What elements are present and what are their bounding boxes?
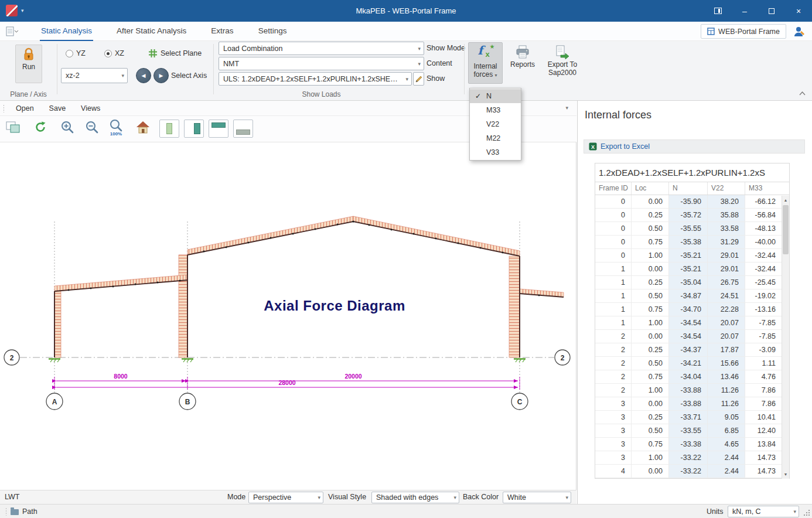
scroll-down-icon[interactable]: ▼ bbox=[782, 470, 789, 479]
drawing-canvas[interactable]: 8000 20000 28000 2 2 A B C Axial Force D… bbox=[0, 142, 576, 490]
table-row[interactable]: 20.75-34.0413.464.76 bbox=[595, 370, 782, 384]
portal-frame-button[interactable]: WEB-Portal Frame bbox=[701, 24, 786, 39]
table-cell: -34.70 bbox=[669, 303, 708, 316]
table-row[interactable]: 40.00-33.222.4414.73 bbox=[595, 465, 782, 478]
table-row[interactable]: 30.50-33.556.8512.40 bbox=[595, 424, 782, 438]
table-row[interactable]: 10.00-35.2129.01-32.44 bbox=[595, 263, 782, 276]
menu-item-n[interactable]: ✓N bbox=[470, 89, 521, 103]
run-button[interactable]: Run bbox=[15, 45, 42, 83]
reports-button[interactable]: Reports bbox=[506, 42, 540, 84]
table-row[interactable]: 00.00-35.9038.20-66.12 bbox=[595, 195, 782, 209]
menu-item-m33[interactable]: M33 bbox=[470, 103, 521, 117]
column-header-n[interactable]: N bbox=[669, 182, 708, 195]
column-header-v22[interactable]: V22 bbox=[708, 182, 745, 195]
internal-forces-button[interactable]: fx★ Internal forces ▾ bbox=[468, 42, 503, 84]
zoom-out-button[interactable] bbox=[85, 120, 99, 134]
table-row[interactable]: 30.00-33.8811.267.86 bbox=[595, 397, 782, 411]
table-row[interactable]: 10.75-34.7022.28-13.16 bbox=[595, 303, 782, 316]
table-row[interactable]: 00.50-35.5533.58-48.13 bbox=[595, 222, 782, 236]
table-row[interactable]: 20.50-34.2115.661.11 bbox=[595, 357, 782, 370]
tab-static-analysis[interactable]: Static Analysis bbox=[40, 22, 93, 41]
table-cell: 0.25 bbox=[632, 209, 669, 221]
band-gable-right bbox=[353, 216, 520, 256]
forces-table-rows: 00.00-35.9038.20-66.1200.25-35.7235.88-5… bbox=[595, 195, 782, 478]
table-cell: 12.40 bbox=[745, 424, 782, 437]
next-axis-button[interactable]: ▶ bbox=[153, 68, 169, 83]
tab-after-static-analysis[interactable]: After Static Analysis bbox=[115, 22, 187, 41]
table-cell: 0.50 bbox=[632, 424, 669, 437]
back-color-combo[interactable]: White ▾ bbox=[503, 492, 571, 503]
path-label[interactable]: Path bbox=[22, 507, 37, 516]
support-c bbox=[514, 359, 526, 363]
user-profile-icon[interactable] bbox=[793, 25, 806, 39]
drag-grip[interactable] bbox=[5, 507, 7, 516]
export-sap2000-button[interactable]: Export To Sap2000 bbox=[542, 42, 583, 84]
minimize-button[interactable]: – bbox=[731, 0, 758, 22]
prev-axis-button[interactable]: ◀ bbox=[136, 68, 151, 83]
chevron-up-icon bbox=[799, 91, 806, 96]
refresh-button[interactable] bbox=[34, 121, 47, 134]
table-row[interactable]: 00.75-35.3831.29-40.00 bbox=[595, 236, 782, 249]
view-bottom-button[interactable] bbox=[233, 120, 253, 138]
table-cell: -34.87 bbox=[669, 289, 708, 302]
reports-label: Reports bbox=[510, 60, 535, 69]
pin-panel-button[interactable] bbox=[704, 0, 731, 22]
export-to-excel-link[interactable]: X Export to Excel bbox=[584, 139, 805, 154]
axis-combo[interactable]: xz-2 ▾ bbox=[61, 68, 128, 83]
close-button[interactable]: × bbox=[785, 0, 812, 22]
menu-item-v33[interactable]: V33 bbox=[470, 145, 521, 159]
column-header-loc[interactable]: Loc bbox=[632, 182, 669, 195]
radio-xz[interactable]: XZ bbox=[104, 49, 124, 57]
visual-style-combo[interactable]: Shaded with edges ▾ bbox=[371, 492, 459, 503]
table-row[interactable]: 31.00-33.222.4414.73 bbox=[595, 451, 782, 465]
table-row[interactable]: 11.00-34.5420.07-7.85 bbox=[595, 316, 782, 330]
chevron-down-icon: ▾ bbox=[565, 495, 568, 500]
zoom-in-button[interactable] bbox=[60, 120, 74, 134]
table-row[interactable]: 01.00-35.2129.01-32.44 bbox=[595, 249, 782, 263]
load-combination-combo[interactable]: Load Combination ▾ bbox=[219, 42, 424, 55]
view-left-button[interactable] bbox=[159, 120, 179, 138]
select-plane-button[interactable]: Select Plane bbox=[149, 49, 202, 57]
view-top-button[interactable] bbox=[209, 120, 228, 138]
table-scrollbar[interactable]: ▲ ▼ bbox=[782, 196, 789, 479]
collapse-ribbon-button[interactable] bbox=[797, 89, 807, 97]
column-header-m33[interactable]: M33 bbox=[745, 182, 789, 195]
copy-picture-button[interactable] bbox=[6, 121, 20, 133]
drag-grip[interactable] bbox=[3, 104, 5, 113]
toolbar-overflow-caret-icon[interactable]: ▾ bbox=[565, 105, 568, 111]
file-menu-icon[interactable] bbox=[6, 26, 19, 38]
view-right-button[interactable] bbox=[184, 120, 204, 138]
table-row[interactable]: 20.00-34.5420.07-7.85 bbox=[595, 330, 782, 343]
table-row[interactable]: 30.25-33.719.0510.41 bbox=[595, 411, 782, 424]
units-combo[interactable]: kN, m, C ▾ bbox=[728, 506, 799, 517]
open-menu[interactable]: Open bbox=[8, 104, 42, 113]
table-cell: 1 bbox=[595, 276, 632, 289]
resize-grip[interactable] bbox=[808, 514, 810, 516]
table-row[interactable]: 21.00-33.8811.267.86 bbox=[595, 384, 782, 397]
radio-yz[interactable]: YZ bbox=[66, 49, 86, 57]
edit-combination-button[interactable] bbox=[413, 72, 424, 86]
axial-force-bands bbox=[54, 216, 564, 357]
maximize-button[interactable] bbox=[758, 0, 785, 22]
table-cell: -35.38 bbox=[669, 236, 708, 248]
scroll-up-icon[interactable]: ▲ bbox=[782, 196, 789, 205]
tab-extras[interactable]: Extras bbox=[210, 22, 234, 41]
menu-item-v22[interactable]: V22 bbox=[470, 117, 521, 131]
table-row[interactable]: 10.50-34.8724.51-19.02 bbox=[595, 289, 782, 303]
column-header-frame-id[interactable]: Frame ID bbox=[595, 182, 632, 195]
views-menu[interactable]: Views bbox=[73, 104, 108, 113]
content-combo[interactable]: NMT ▾ bbox=[219, 57, 424, 70]
zoom-100-button[interactable]: 100% bbox=[109, 118, 123, 137]
table-row[interactable]: 10.25-35.0426.75-25.45 bbox=[595, 276, 782, 289]
show-combo[interactable]: ULS: 1.2xDEAD+1.2xSELF+1.2xPURLIN+1.2xSH… bbox=[219, 72, 412, 86]
save-menu[interactable]: Save bbox=[42, 104, 74, 113]
table-row[interactable]: 00.25-35.7235.88-56.84 bbox=[595, 209, 782, 222]
table-row[interactable]: 30.75-33.384.6513.84 bbox=[595, 438, 782, 451]
home-view-button[interactable] bbox=[136, 121, 150, 134]
menu-item-m22[interactable]: M22 bbox=[470, 131, 521, 145]
tab-settings[interactable]: Settings bbox=[257, 22, 288, 41]
mode-combo[interactable]: Perspective ▾ bbox=[248, 492, 323, 503]
band-column-c bbox=[509, 256, 520, 357]
table-row[interactable]: 20.25-34.3717.87-3.09 bbox=[595, 343, 782, 357]
scrollbar-thumb[interactable] bbox=[783, 205, 789, 254]
